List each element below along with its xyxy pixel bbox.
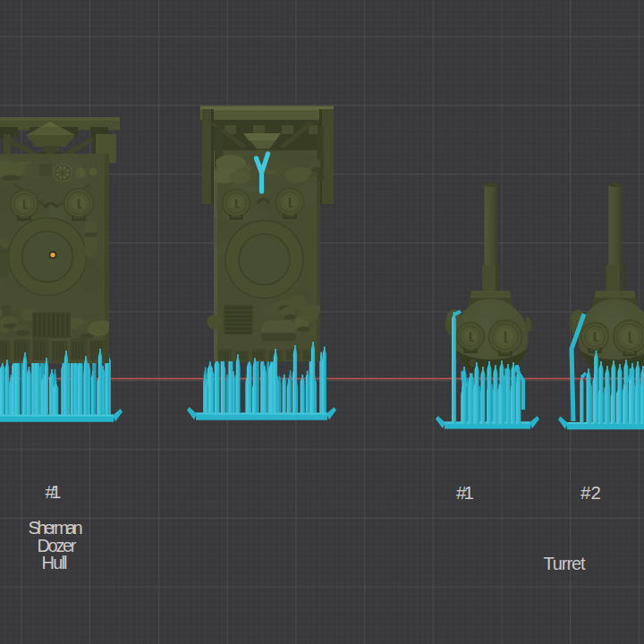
svg-text:#2: #2 — [580, 482, 601, 503]
svg-text:#1: #1 — [46, 481, 62, 502]
svg-text:Turret: Turret — [544, 554, 586, 573]
svg-text:Sherman: Sherman — [29, 518, 83, 538]
svg-text:#1: #1 — [456, 482, 474, 503]
svg-text:Hull: Hull — [42, 553, 68, 572]
